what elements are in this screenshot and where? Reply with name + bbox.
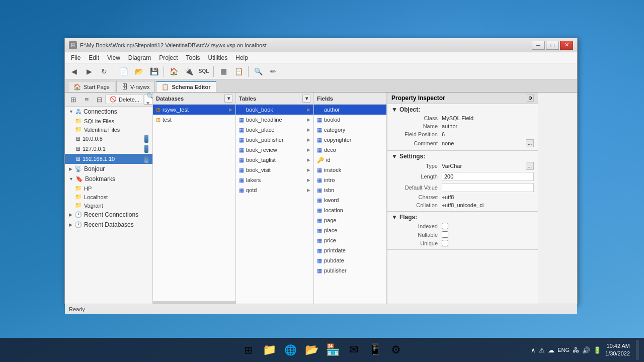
menu-help[interactable]: Help: [231, 53, 252, 62]
prop-unique-checkbox[interactable]: [442, 240, 448, 246]
menu-file[interactable]: File: [67, 53, 85, 62]
taskbar-settings[interactable]: ⚙: [386, 340, 406, 360]
taskbar-network-icon: 🖧: [573, 346, 579, 354]
field-item-publisher[interactable]: ▦ publisher: [314, 265, 386, 276]
sidebar-bonjour-group[interactable]: ▶ 📡 Bonjour: [65, 164, 152, 174]
taskbar-file-explorer[interactable]: 📁: [259, 340, 279, 360]
field-item-copyrighter[interactable]: ▦ copyrighter: [314, 135, 386, 145]
field-item-instock[interactable]: ▦ instock: [314, 165, 386, 175]
taskbar-chevron-up[interactable]: ∧: [531, 346, 536, 354]
field-item-pubdate[interactable]: ▦ pubdate: [314, 255, 386, 265]
tab-schema-editor[interactable]: 📋 Schema Editor: [156, 81, 216, 92]
sidebar-recent-databases-group[interactable]: ▶ 🕐 Recent Databases: [65, 220, 152, 230]
sidebar-item-hp[interactable]: 📁 HP: [65, 184, 152, 193]
sidebar-item-localhost[interactable]: 📁 Localhost: [65, 193, 152, 201]
field-item-isbn[interactable]: ▦ isbn: [314, 185, 386, 195]
content-toolbar: ⊞ ≡ ⊟ 🚫 Delete... 🔍▾: [65, 93, 152, 107]
field-item-intro[interactable]: ▦ intro: [314, 175, 386, 185]
minimize-button[interactable]: ─: [532, 41, 545, 50]
sidebar-recent-connections-group[interactable]: ▶ 🕐 Recent Connections: [65, 210, 152, 220]
taskbar-folder[interactable]: 📂: [301, 340, 321, 360]
databases-resizer[interactable]: [153, 301, 235, 304]
sidebar-bookmarks-group[interactable]: ▼ 🔖 Bookmarks: [65, 174, 152, 184]
field-item-printdate[interactable]: ▦ printdate: [314, 245, 386, 255]
type-expand-btn[interactable]: …: [526, 162, 534, 170]
sidebar-connections-group[interactable]: ▼ 🖧 Connections: [65, 107, 152, 117]
open-button[interactable]: 📂: [132, 65, 146, 78]
field-item-category[interactable]: ▦ category: [314, 125, 386, 135]
table-view-button[interactable]: ▦: [216, 65, 230, 78]
field-item-id[interactable]: 🔑 id: [314, 155, 386, 165]
connect-button[interactable]: 🔌: [182, 65, 196, 78]
field-item-place[interactable]: ▦ place: [314, 225, 386, 235]
sidebar-item-vagrant[interactable]: 📁 Vagrant: [65, 201, 152, 210]
table-item-book-place[interactable]: ▦ book_place ▶: [236, 125, 313, 135]
field-item-price[interactable]: ▦ price: [314, 235, 386, 245]
table-item-book-taglist[interactable]: ▦ book_taglist ▶: [236, 155, 313, 165]
query-button[interactable]: 🔍: [251, 65, 265, 78]
field-item-bookid[interactable]: ▦ bookid: [314, 115, 386, 125]
db-item-rsywx-test[interactable]: ⊞ rsywx_test ▶: [153, 105, 235, 115]
menu-view[interactable]: View: [103, 53, 124, 62]
save-button[interactable]: 💾: [147, 65, 161, 78]
menu-diagram[interactable]: Diagram: [124, 53, 155, 62]
field-item-kword[interactable]: ▦ kword: [314, 195, 386, 205]
new-button[interactable]: 📄: [117, 65, 131, 78]
conn-status-3: [144, 155, 148, 163]
list-view-btn[interactable]: ≡: [81, 94, 92, 105]
comment-expand-btn[interactable]: …: [526, 139, 534, 147]
refresh-button[interactable]: ↻: [97, 65, 111, 78]
field-item-deco[interactable]: ▦ deco: [314, 145, 386, 155]
tables-header-btn[interactable]: ▾: [302, 95, 310, 103]
sql-button[interactable]: SQL: [197, 65, 211, 78]
pencil-button[interactable]: ✏: [266, 65, 280, 78]
taskbar-store[interactable]: 🏪: [323, 340, 343, 360]
field-item-page[interactable]: ▦ page: [314, 215, 386, 225]
prop-length-input[interactable]: [442, 172, 534, 181]
table-item-book-publisher[interactable]: ▦ book_publisher ▶: [236, 135, 313, 145]
table-item-qotd[interactable]: ▦ qotd ▶: [236, 185, 313, 195]
field-item-location[interactable]: ▦ location: [314, 205, 386, 215]
detail-view-btn[interactable]: ⊟: [94, 94, 105, 105]
sidebar-item-192168110[interactable]: 🖥 192.168.1.10: [65, 154, 152, 164]
databases-header-btn[interactable]: ▾: [224, 95, 232, 103]
settings-section-arrow: ▼: [391, 153, 397, 160]
field-item-author[interactable]: ▦ author: [314, 105, 386, 115]
taskbar-clock[interactable]: 10:42 AM 1/30/2022: [605, 342, 630, 358]
table-item-book-visit[interactable]: ▦ book_visit ▶: [236, 165, 313, 175]
taskbar-mail[interactable]: ✉: [344, 340, 364, 360]
table-item-book-review[interactable]: ▦ book_review ▶: [236, 145, 313, 155]
menu-utilities[interactable]: Utilities: [204, 53, 232, 62]
menu-tools[interactable]: Tools: [182, 53, 204, 62]
menu-project[interactable]: Project: [155, 53, 182, 62]
forward-button[interactable]: ▶: [82, 65, 96, 78]
delete-button[interactable]: 🚫 Delete...: [105, 95, 144, 104]
taskbar-edge[interactable]: 🌐: [280, 340, 300, 360]
table-item-lakers[interactable]: ▦ lakers ▶: [236, 175, 313, 185]
sidebar-item-valentina[interactable]: 📁 Valentina Files: [65, 125, 152, 134]
prop-nullable-checkbox[interactable]: [442, 231, 448, 238]
table-item-book-book[interactable]: ▦ book_book ▶: [236, 105, 313, 115]
connections-icon: 🖧: [75, 108, 82, 115]
tab-v-rsywx[interactable]: 🗄 V-rsywx: [116, 81, 155, 92]
sidebar-item-10008[interactable]: 🖥 10.0.0.8: [65, 134, 152, 144]
back-button[interactable]: ◀: [67, 65, 81, 78]
taskbar-phone-link[interactable]: 📱: [365, 340, 385, 360]
db-item-test[interactable]: ⊞ test: [153, 115, 235, 125]
tab-start-page[interactable]: 🏠 Start Page: [68, 81, 115, 92]
table-item-book-headline[interactable]: ▦ book_headline ▶: [236, 115, 313, 125]
prop-default-value-input[interactable]: [442, 183, 534, 192]
sidebar-item-127001[interactable]: 🖥 127.0.0.1: [65, 144, 152, 154]
taskbar-windows-start[interactable]: ⊞: [238, 340, 258, 360]
taskbar-show-desktop[interactable]: [636, 340, 639, 360]
form-view-button[interactable]: 📋: [231, 65, 246, 78]
close-button[interactable]: ✕: [560, 41, 573, 50]
prop-indexed-checkbox[interactable]: [442, 223, 448, 229]
view-icon-btn[interactable]: ⊞: [68, 94, 79, 105]
conn-status-2: [144, 145, 148, 153]
prop-header-expand-btn[interactable]: ⊙: [527, 95, 534, 102]
menu-edit[interactable]: Edit: [85, 53, 103, 62]
home-button[interactable]: 🏠: [167, 65, 181, 78]
sidebar-item-sqlite[interactable]: 📁 SQLite Files: [65, 117, 152, 125]
maximize-button[interactable]: □: [546, 41, 559, 50]
